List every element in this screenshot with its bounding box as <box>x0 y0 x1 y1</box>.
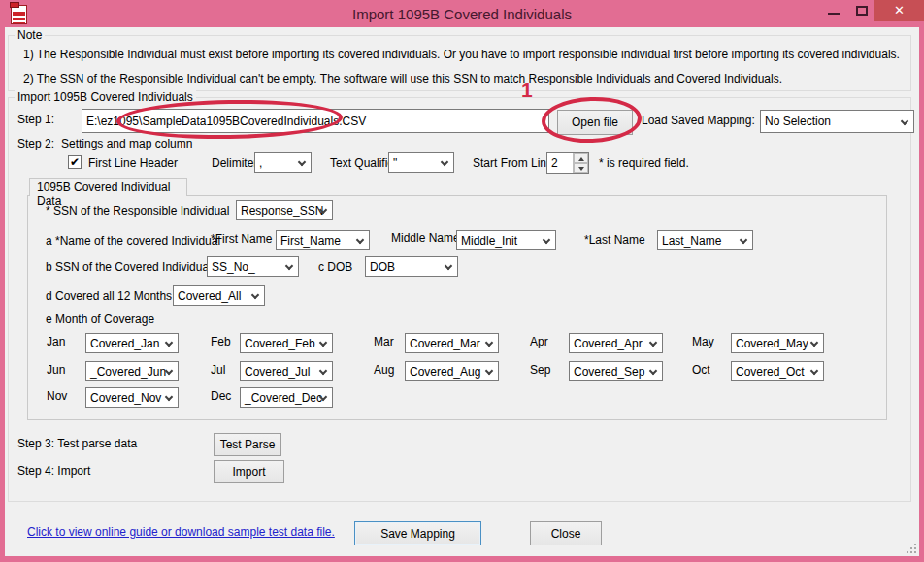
month-of-coverage-label: e Month of Coverage <box>46 313 154 326</box>
first-line-header-checkbox[interactable]: ✔ <box>68 155 82 169</box>
load-saved-mapping-value: No Selection <box>765 115 831 128</box>
month-label-mar: Mar <box>374 335 394 348</box>
spinner-down-icon <box>578 167 584 171</box>
ssn-covered-value: SS_No_ <box>212 260 255 274</box>
month-label-may: May <box>692 335 714 348</box>
spinner-down-button[interactable] <box>574 163 588 173</box>
chevron-down-icon <box>649 339 657 347</box>
month-label-feb: Feb <box>211 335 231 348</box>
import-button[interactable]: Import <box>214 460 284 483</box>
chevron-down-icon <box>740 236 747 244</box>
tab-1095b-covered-individual-data[interactable]: 1095B Covered Individual Data <box>29 178 187 196</box>
last-name-combo[interactable]: Last_Name <box>657 230 753 250</box>
save-mapping-button[interactable]: Save Mapping <box>354 521 481 545</box>
covered-all-label: d Covered all 12 Months <box>46 289 172 303</box>
open-file-button[interactable]: Open file <box>557 110 633 135</box>
step4-label: Step 4: Import <box>17 464 90 478</box>
month-label-dec: Dec <box>211 389 231 403</box>
month-combo-sep[interactable]: Covered_Sep <box>569 361 663 381</box>
chevron-down-icon <box>165 339 173 347</box>
chevron-down-icon <box>543 236 550 244</box>
month-value-oct: Covered_Oct <box>736 365 805 379</box>
month-combo-nov[interactable]: Covered_Nov <box>85 387 179 408</box>
middle-name-combo[interactable]: Middle_Init <box>456 230 556 250</box>
chevron-down-icon <box>298 158 306 166</box>
month-label-nov: Nov <box>47 389 67 403</box>
window-title: Import 1095B Covered Individuals <box>0 6 924 22</box>
dob-combo[interactable]: DOB <box>365 256 458 277</box>
maximize-button[interactable] <box>849 0 874 21</box>
month-combo-mar[interactable]: Covered_Mar <box>405 333 499 353</box>
close-button[interactable]: ✕ <box>874 0 924 21</box>
middle-name-value: Middle_Init <box>461 234 517 248</box>
month-value-may: Covered_May <box>736 337 808 350</box>
month-combo-may[interactable]: Covered_May <box>731 333 824 353</box>
month-value-nov: Covered_Nov <box>90 391 161 405</box>
covered-all-combo[interactable]: Covered_All <box>173 285 265 306</box>
last-name-value: Last_Name <box>662 234 721 248</box>
chevron-down-icon <box>810 339 818 347</box>
load-saved-mapping-combo[interactable]: No Selection <box>760 110 914 133</box>
month-value-aug: Covered_Aug <box>410 365 480 379</box>
annotation-number-1: 1 <box>521 79 533 102</box>
check-icon: ✔ <box>70 155 80 169</box>
month-combo-oct[interactable]: Covered_Oct <box>731 361 824 381</box>
dob-value: DOB <box>370 260 395 274</box>
dob-label: c DOB <box>318 260 352 274</box>
first-name-combo[interactable]: First_Name <box>276 230 370 250</box>
minimize-button[interactable] <box>821 0 846 21</box>
online-guide-link[interactable]: Click to view online guide or download s… <box>27 525 335 539</box>
month-combo-feb[interactable]: Covered_Feb <box>240 333 333 353</box>
chevron-down-icon <box>251 291 259 299</box>
load-saved-mapping-label: Load Saved Mapping: <box>642 114 755 127</box>
first-name-label: *First Name <box>211 232 272 246</box>
month-label-jun: Jun <box>47 363 65 377</box>
month-value-feb: Covered_Feb <box>245 337 315 350</box>
middle-name-label: Middle Name <box>391 231 460 245</box>
ssn-responsible-label: * SSN of the Responsible Individual <box>46 204 229 217</box>
month-label-aug: Aug <box>374 363 394 377</box>
step2-label: Step 2: <box>17 137 54 150</box>
month-label-jul: Jul <box>211 363 225 377</box>
chevron-down-icon <box>485 367 493 375</box>
month-value-dec: _Covered_Dec <box>245 391 322 405</box>
ssn-covered-combo[interactable]: SS_No_ <box>207 256 299 277</box>
month-combo-aug[interactable]: Covered_Aug <box>405 361 499 381</box>
spinner-up-button[interactable] <box>574 153 588 163</box>
title-bar[interactable]: Import 1095B Covered Individuals ✕ <box>0 0 924 27</box>
chevron-down-icon <box>285 262 293 270</box>
note-groupbox: Note 1) The Responsible Individual must … <box>8 35 911 91</box>
month-value-sep: Covered_Sep <box>574 365 644 379</box>
month-value-jan: Covered_Jan <box>90 337 159 350</box>
first-line-header-label: First Line Header <box>88 156 178 170</box>
delimiter-combo[interactable]: , <box>254 152 312 173</box>
step3-label: Step 3: Test parse data <box>17 437 137 450</box>
start-from-line-stepper[interactable]: 2 <box>546 152 589 174</box>
minimize-icon <box>828 13 840 15</box>
month-combo-dec[interactable]: _Covered_Dec <box>240 387 333 408</box>
month-combo-jul[interactable]: Covered_Jul <box>240 361 333 381</box>
ssn-responsible-combo[interactable]: Response_SSN <box>236 200 333 220</box>
month-combo-jun[interactable]: _Covered_Jun <box>85 361 179 381</box>
month-label-sep: Sep <box>530 363 550 377</box>
close-icon: ✕ <box>894 3 905 17</box>
chevron-down-icon <box>901 117 908 125</box>
start-from-line-label: Start From Line <box>473 156 553 170</box>
file-path-input[interactable] <box>82 109 549 133</box>
spinner-up-icon <box>578 157 584 161</box>
text-qualifier-combo[interactable]: " <box>388 152 454 173</box>
note-line-2: 2) The SSN of the Responsible Individual… <box>23 72 782 85</box>
month-combo-apr[interactable]: Covered_Apr <box>569 333 663 353</box>
month-label-apr: Apr <box>530 335 548 348</box>
first-name-value: First_Name <box>280 234 341 248</box>
covered-all-value: Covered_All <box>178 289 241 303</box>
month-label-oct: Oct <box>692 363 710 377</box>
close-dialog-button[interactable]: Close <box>530 521 602 545</box>
month-label-jan: Jan <box>47 335 65 348</box>
chevron-down-icon <box>649 367 657 375</box>
month-combo-jan[interactable]: Covered_Jan <box>85 333 179 353</box>
month-value-jul: Covered_Jul <box>245 365 310 379</box>
ssn-responsible-value: Response_SSN <box>241 204 323 217</box>
resize-grip[interactable] <box>905 542 916 553</box>
test-parse-button[interactable]: Test Parse <box>214 433 281 456</box>
